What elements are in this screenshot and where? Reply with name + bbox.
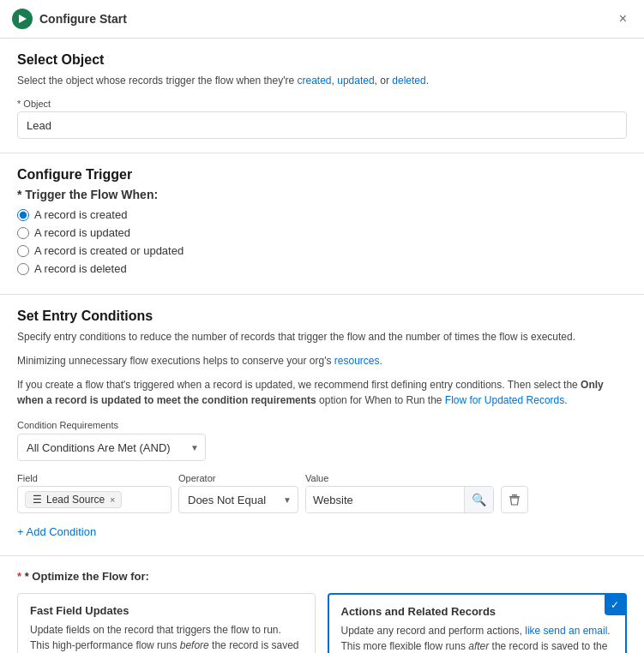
radio-created-or-updated-label: A record is created or updated: [34, 244, 184, 257]
trash-icon: [509, 494, 521, 506]
condition-row: Field ☰ Lead Source × Operator Equals Do…: [17, 473, 627, 513]
operator-group: Operator Equals Does Not Equal Contains …: [178, 473, 298, 513]
desc-sep2: , or: [375, 75, 389, 87]
object-field-label: * Object: [17, 99, 627, 109]
entry-conditions-info: If you create a flow that's triggered wh…: [17, 377, 627, 408]
info-link[interactable]: Flow for Updated Records: [445, 394, 564, 406]
operator-select-wrapper: Equals Does Not Equal Contains Starts Wi…: [178, 486, 298, 513]
modal-title: Configure Start: [39, 12, 614, 26]
condition-req-select[interactable]: All Conditions Are Met (AND) Any Conditi…: [17, 434, 206, 461]
field-pill-input[interactable]: ☰ Lead Source ×: [17, 486, 172, 513]
play-icon: [17, 14, 27, 24]
selected-checkmark: ✓: [605, 595, 625, 615]
condition-req-label: Condition Requirements: [17, 420, 627, 430]
like-send-email-link[interactable]: like send an email: [525, 625, 607, 637]
optimize-section-label: * Optimize the Flow for:: [25, 570, 149, 583]
entry-conditions-title: Set Entry Conditions: [17, 309, 627, 324]
delete-condition-button[interactable]: [501, 486, 528, 513]
desc-link-created[interactable]: created: [297, 75, 331, 87]
radio-item-created-or-updated[interactable]: A record is created or updated: [17, 244, 627, 257]
fast-field-updates-title: Fast Field Updates: [30, 604, 303, 617]
desc2-link[interactable]: resources: [334, 355, 380, 367]
radio-deleted[interactable]: [17, 263, 29, 275]
field-pill-label: Lead Source: [46, 494, 105, 506]
configure-start-icon: [12, 9, 33, 29]
trigger-when-label: * Trigger the Flow When:: [17, 188, 627, 201]
radio-updated-label: A record is updated: [34, 226, 130, 239]
select-object-section: Select Object Select the object whose re…: [0, 39, 644, 153]
value-group: Value 🔍: [305, 473, 494, 513]
operator-label: Operator: [178, 473, 298, 483]
fast-field-updates-card[interactable]: Fast Field Updates Update fields on the …: [17, 593, 316, 653]
radio-created-label: A record is created: [34, 208, 127, 221]
field-pill-remove[interactable]: ×: [110, 494, 115, 505]
radio-item-created[interactable]: A record is created: [17, 208, 627, 221]
info-end: .: [564, 394, 567, 406]
svg-rect-1: [509, 496, 520, 498]
value-label: Value: [305, 473, 494, 483]
radio-updated[interactable]: [17, 227, 29, 239]
field-pill-icon: ☰: [31, 494, 43, 506]
field-pill: ☰ Lead Source ×: [25, 491, 122, 508]
add-condition-button[interactable]: + Add Condition: [17, 522, 96, 542]
actions-related-records-title: Actions and Related Records: [341, 605, 614, 618]
desc-link-deleted[interactable]: deleted: [392, 75, 425, 87]
modal-header: Configure Start ×: [0, 0, 644, 39]
info-part1: If you create a flow that's triggered wh…: [17, 379, 578, 391]
value-input-wrapper: 🔍: [305, 486, 494, 513]
radio-created[interactable]: [17, 209, 29, 221]
actions-related-records-desc: Update any record and perform actions, l…: [341, 623, 614, 653]
info-part2: option for When to Run the: [319, 394, 442, 406]
actions-related-records-card[interactable]: ✓ Actions and Related Records Update any…: [328, 593, 628, 653]
optimize-label: * * Optimize the Flow for:: [17, 570, 627, 583]
desc2-part1: Minimizing unnecessary flow executions h…: [17, 355, 331, 367]
svg-rect-2: [512, 494, 517, 496]
field-label: Field: [17, 473, 172, 483]
radio-item-updated[interactable]: A record is updated: [17, 226, 627, 239]
desc-sep1: ,: [332, 75, 334, 87]
operator-select[interactable]: Equals Does Not Equal Contains Starts Wi…: [178, 486, 298, 513]
condition-req-wrapper: All Conditions Are Met (AND) Any Conditi…: [17, 434, 206, 461]
radio-item-deleted[interactable]: A record is deleted: [17, 262, 627, 275]
value-search-button[interactable]: 🔍: [464, 487, 493, 512]
optimize-cards: Fast Field Updates Update fields on the …: [17, 593, 627, 653]
desc-end: .: [426, 75, 429, 87]
radio-created-or-updated[interactable]: [17, 245, 29, 257]
object-input[interactable]: [17, 111, 627, 139]
fast-field-updates-desc: Update fields on the record that trigger…: [30, 622, 303, 653]
optimize-section: * * Optimize the Flow for: Fast Field Up…: [0, 556, 644, 653]
desc1-text: Specify entry conditions to reduce the n…: [17, 331, 575, 343]
entry-conditions-desc2: Minimizing unnecessary flow executions h…: [17, 353, 627, 368]
svg-marker-0: [19, 15, 27, 23]
radio-deleted-label: A record is deleted: [34, 262, 127, 275]
set-entry-conditions-section: Set Entry Conditions Specify entry condi…: [0, 295, 644, 556]
field-group: Field ☰ Lead Source ×: [17, 473, 172, 513]
entry-conditions-desc1: Specify entry conditions to reduce the n…: [17, 329, 627, 344]
select-object-description: Select the object whose records trigger …: [17, 73, 627, 88]
value-input[interactable]: [306, 487, 464, 512]
trigger-radio-group: A record is created A record is updated …: [17, 208, 627, 275]
desc-link-updated[interactable]: updated: [337, 75, 374, 87]
close-button[interactable]: ×: [614, 9, 632, 28]
desc-before: Select the object whose records trigger …: [17, 75, 294, 87]
configure-trigger-section: Configure Trigger * Trigger the Flow Whe…: [0, 153, 644, 295]
desc2-end: .: [380, 355, 382, 367]
select-object-title: Select Object: [17, 52, 627, 68]
configure-trigger-title: Configure Trigger: [17, 167, 627, 183]
